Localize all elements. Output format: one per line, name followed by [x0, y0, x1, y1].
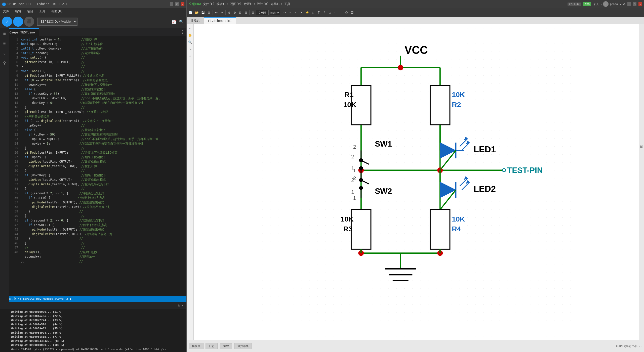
- serial-plotter-button[interactable]: 📈: [171, 19, 177, 25]
- svg-rect-67: [351, 210, 371, 249]
- svg-text:2: 2: [351, 153, 354, 160]
- eda-undo-btn[interactable]: ↩: [214, 9, 219, 16]
- eda-close-button[interactable]: ✕: [638, 2, 642, 6]
- arduino-menu-bar: 文件 编辑 项目 工具 帮助(H): [0, 8, 186, 15]
- eda-menu-tools[interactable]: 工具: [284, 2, 290, 6]
- svg-text:LED1: LED1: [474, 145, 496, 154]
- svg-text:10K: 10K: [452, 91, 465, 99]
- restore-button[interactable]: □: [175, 2, 179, 6]
- eda-new-btn[interactable]: 📄: [188, 9, 193, 16]
- eda-junction-btn[interactable]: •: [293, 9, 298, 16]
- eda-zoom-fit-btn[interactable]: ⊡: [238, 9, 243, 16]
- eda-status-right: CSDN @李志伟小...: [616, 344, 642, 348]
- eda-grid-btn[interactable]: ⊞: [251, 9, 256, 16]
- code-editor[interactable]: 12345 678910 1112131415 1617181920 21222…: [0, 36, 186, 296]
- verify-button[interactable]: ✓: [2, 17, 12, 27]
- menu-help[interactable]: 帮助(H): [50, 9, 64, 14]
- eda-circle-btn[interactable]: ○: [333, 9, 338, 16]
- eda-menu-place[interactable]: 放置(P): [244, 2, 255, 6]
- sidebar-boards-icon[interactable]: ⊞: [2, 30, 7, 37]
- eda-arc-btn[interactable]: ⌒: [338, 9, 343, 16]
- menu-edit[interactable]: 编辑: [14, 9, 22, 14]
- status-text: 行 48，列 40 ESP32C3 Dev Module @COM6: 2 1: [3, 297, 71, 301]
- debug-button[interactable]: ⬛: [24, 17, 34, 27]
- menu-file[interactable]: 文件: [2, 9, 10, 14]
- svg-text:10K: 10K: [341, 215, 354, 223]
- eda-user-avatar[interactable]: J: [603, 1, 609, 7]
- schematic-canvas[interactable]: VCC: [194, 24, 639, 340]
- eda-wire-btn[interactable]: 〜: [282, 9, 287, 16]
- eda-unit-select[interactable]: inch: [269, 10, 280, 15]
- eda-redo-btn[interactable]: ↪: [219, 9, 224, 16]
- eda-component-btn[interactable]: ◻: [311, 9, 316, 16]
- menu-project[interactable]: 项目: [26, 9, 34, 14]
- close-button[interactable]: ✕: [181, 2, 184, 6]
- eda-power-btn[interactable]: ⚡: [304, 9, 310, 16]
- menu-tools[interactable]: 工具: [38, 9, 46, 14]
- eda-line-btn[interactable]: /: [322, 9, 327, 16]
- eda-toolbar-sep3: [249, 10, 250, 15]
- eda-save-all-btn[interactable]: ⊞: [207, 9, 212, 16]
- eda-zoom-tool[interactable]: 🔍: [187, 39, 193, 45]
- sidebar-debug-icon[interactable]: ⬦: [2, 50, 7, 57]
- eda-pan-tool[interactable]: ✋: [187, 32, 193, 38]
- eda-restore-button[interactable]: □: [633, 2, 636, 6]
- eda-save-btn[interactable]: 💾: [200, 9, 206, 16]
- eda-templates-btn[interactable]: 模板页: [189, 343, 204, 349]
- output-copy-icon[interactable]: ⎘: [178, 304, 180, 307]
- eda-logo: 立创EDA: [189, 2, 201, 6]
- eda-bottom-bar: 模板页 日志 DRC 查找布线 CSDN @李志伟小...: [187, 340, 644, 352]
- arduino-logo-icon: ⬤: [2, 2, 6, 6]
- eda-wire-draw-tool[interactable]: 〜: [187, 46, 193, 52]
- file-tabs: GPIOsuperTEST.ino ⋮: [0, 28, 186, 36]
- svg-text:10K: 10K: [343, 101, 356, 109]
- eda-place-tool[interactable]: +: [187, 53, 193, 59]
- sidebar-libraries-icon[interactable]: ≡: [2, 40, 7, 47]
- eda-no-connect-btn[interactable]: ✕: [299, 9, 304, 16]
- eda-panel: 立创EDA 文件(F) 编辑(E) 视图(V) 放置(P) 设计(D) 布局(O…: [187, 0, 644, 352]
- eda-tab-home-label: 开始页: [191, 18, 200, 23]
- eda-title-controls: V2.1.42 在线 个人 ▾ J jcada ▾ ⚙ ─ □ ✕: [568, 1, 642, 7]
- code-text[interactable]: const int testPin = 4; //测试引脚 bool upLED…: [19, 36, 186, 296]
- eda-zoom-input[interactable]: 0.015: [256, 10, 269, 15]
- eda-status-text: CSDN @李志伟小...: [616, 344, 642, 348]
- output-clear-icon[interactable]: ✕: [182, 304, 183, 307]
- eda-menu-design[interactable]: 设计(D): [257, 2, 269, 6]
- board-selector[interactable]: ESP32C3 Dev Module: [37, 18, 77, 26]
- eda-open-btn[interactable]: 📂: [194, 9, 200, 16]
- eda-log-btn[interactable]: 日志: [206, 343, 218, 349]
- eda-zoom-out-btn[interactable]: ⊖: [232, 9, 237, 16]
- eda-personal-text: 个人 ▾: [593, 2, 602, 6]
- eda-minimize-button[interactable]: ─: [627, 2, 631, 6]
- minimize-button[interactable]: ─: [170, 2, 173, 6]
- eda-tab-schematic[interactable]: F1.Schematic1: [204, 17, 236, 24]
- eda-text-btn[interactable]: T: [316, 9, 321, 16]
- arduino-title-left: ⬤ GPIOsuperTEST | Arduino IDE 2.2.1: [2, 2, 67, 6]
- serial-monitor-button[interactable]: 🔍: [178, 19, 184, 25]
- eda-bus-btn[interactable]: ≡: [288, 9, 293, 16]
- eda-rect-btn[interactable]: □: [327, 9, 332, 16]
- eda-menu-file[interactable]: 文件(F): [203, 2, 215, 6]
- svg-point-39: [359, 178, 363, 182]
- eda-menu-layout[interactable]: 布局(O): [271, 2, 282, 6]
- eda-image-btn[interactable]: 🖼: [349, 9, 354, 16]
- eda-menu-edit[interactable]: 编辑(E): [217, 2, 228, 6]
- eda-right-panel: 属性: [639, 24, 644, 340]
- eda-online-status: 在线: [583, 2, 591, 6]
- upload-button[interactable]: →: [13, 17, 23, 27]
- sidebar-search-icon[interactable]: ⚲: [2, 60, 7, 66]
- eda-select-tool[interactable]: ↖: [187, 25, 193, 31]
- eda-zoom-in-btn[interactable]: ⊕: [227, 9, 232, 16]
- tab-more-button[interactable]: ⋮: [178, 28, 186, 36]
- eda-toolbar-sep1: [213, 10, 213, 15]
- arduino-status-bar: 行 48，列 40 ESP32C3 Dev Module @COM6: 2 1: [0, 296, 186, 302]
- eda-poly-btn[interactable]: ⬡: [344, 9, 349, 16]
- eda-drc-btn[interactable]: DRC: [220, 343, 232, 349]
- eda-zoom-sel-btn[interactable]: ⊟: [243, 9, 248, 16]
- svg-text:SW1: SW1: [375, 140, 392, 148]
- eda-settings-icon[interactable]: ⚙: [623, 2, 625, 6]
- eda-menu-view[interactable]: 视图(V): [230, 2, 242, 6]
- eda-tab-home[interactable]: 开始页: [187, 17, 204, 24]
- eda-find-route-btn[interactable]: 查找布线: [234, 343, 252, 349]
- svg-text:1: 1: [353, 168, 356, 173]
